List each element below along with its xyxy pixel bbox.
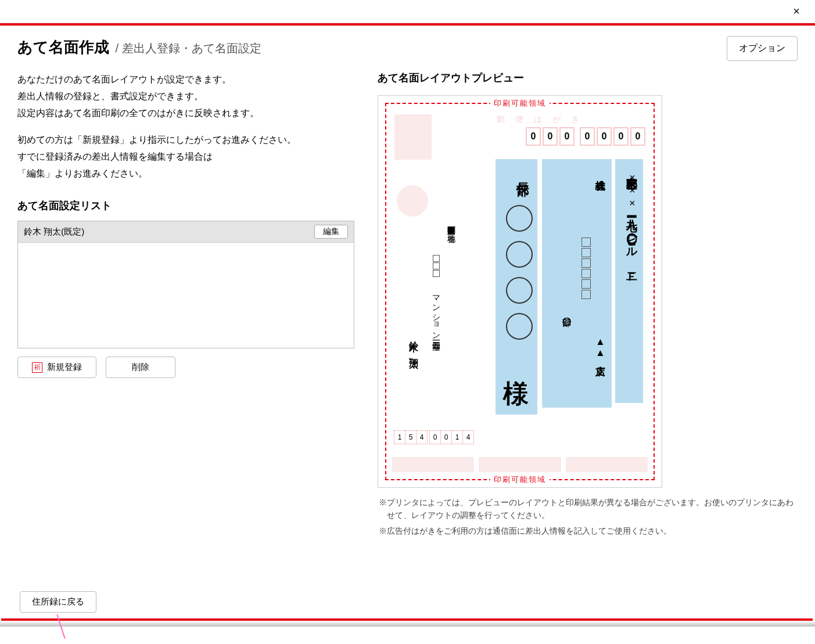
- new-register-icon: 祈: [32, 362, 42, 373]
- sender-zipcode: 1 5 4 0 0 1 4: [394, 430, 474, 444]
- zip-digit: 0: [526, 127, 541, 146]
- intro-line: 「編集」よりお進みください。: [17, 166, 354, 181]
- recipient-company-placeholders: [581, 238, 591, 299]
- list-item[interactable]: 鈴木 翔太(既定) 編集: [18, 221, 354, 243]
- zip-digit: 0: [543, 127, 558, 146]
- print-area: 印刷可能領域 印刷可能領域 郵便はがき 0 0 0 0 0 0 0 東京都〇〇区…: [385, 103, 655, 480]
- intro-line: 設定内容はあて名面印刷の全てのはがきに反映されます。: [17, 105, 354, 121]
- recipient-address-line1: 東京都〇〇区×××九ー八ー七 〇〇〇〇ビル 二Ｆ: [624, 168, 640, 276]
- postmark-placeholder: [397, 185, 428, 217]
- zip-digit: 0: [559, 127, 575, 146]
- intro-line: あなただけのあて名面レイアウトが設定できます。: [17, 71, 354, 87]
- zip-digit: 1: [394, 430, 405, 444]
- zip-digit: 0: [440, 430, 452, 444]
- close-button[interactable]: ×: [785, 3, 808, 20]
- edit-button[interactable]: 編集: [314, 225, 348, 239]
- list-heading: あて名面設定リスト: [17, 199, 354, 213]
- recipient-branch: ▲▲支店: [594, 336, 607, 358]
- back-to-addressbook-button[interactable]: 住所録に戻る: [20, 591, 96, 613]
- sender-building-placeholders: [433, 255, 440, 277]
- zip-digit: 0: [613, 127, 629, 146]
- sender-name: 鈴木 翔太: [407, 333, 419, 354]
- new-register-button[interactable]: 祈 新規登録: [17, 357, 96, 378]
- page-title: あて名面作成: [17, 37, 109, 57]
- delete-label: 削除: [132, 362, 149, 373]
- settings-list[interactable]: 鈴木 翔太(既定) 編集: [17, 221, 354, 348]
- print-area-label-top: 印刷可能領域: [490, 98, 550, 109]
- postcard-preview: 印刷可能領域 印刷可能領域 郵便はがき 0 0 0 0 0 0 0 東京都〇〇区…: [378, 95, 662, 488]
- disclaimer-line: ※プリンタによっては、プレビューのレイアウトと印刷結果が異なる場合がございます。…: [379, 496, 798, 522]
- recipient-name-placeholders: [506, 205, 533, 340]
- delete-button[interactable]: 削除: [106, 357, 175, 378]
- zip-digit: 0: [597, 127, 612, 146]
- page-subtitle: / 差出人登録・あて名面設定: [115, 41, 261, 56]
- new-register-label: 新規登録: [47, 362, 82, 373]
- intro-text: あなただけのあて名面レイアウトが設定できます。 差出人情報の登録と、書式設定がで…: [17, 71, 354, 181]
- zip-digit: 4: [462, 430, 474, 444]
- zip-digit: 1: [451, 430, 463, 444]
- window-shadow: [0, 621, 815, 627]
- sender-address-line2: マンション一二三四号室: [430, 290, 441, 336]
- disclaimer-text: ※プリンタによっては、プレビューのレイアウトと印刷結果が異なる場合がございます。…: [378, 496, 798, 537]
- disclaimer-line: ※広告付はがきをご利用の方は通信面に差出人情報を記入してご使用ください。: [379, 524, 798, 537]
- window-titlebar: ×: [0, 0, 815, 23]
- zip-digit: 0: [429, 430, 441, 444]
- intro-line: すでに登録済みの差出人情報を編集する場合は: [17, 149, 354, 164]
- preview-heading: あて名面レイアウトプレビュー: [378, 71, 798, 85]
- options-button[interactable]: オプション: [727, 36, 798, 61]
- bottom-decorative-strips: [392, 457, 648, 472]
- zip-digit: 0: [630, 127, 645, 146]
- zip-digit: 5: [405, 430, 417, 444]
- intro-line: 差出人情報の登録と、書式設定ができます。: [17, 88, 354, 104]
- recipient-zipcode: 0 0 0 0 0 0 0: [526, 127, 645, 146]
- sender-address-line1: 東京都世田谷区新町〇丁目△番地: [446, 220, 456, 228]
- intro-line: 初めての方は「新規登録」より指示にしたがってお進みください。: [17, 132, 354, 147]
- list-item-name: 鈴木 翔太(既定): [24, 226, 84, 238]
- recipient-address-bg2: [542, 159, 612, 408]
- hagaki-watermark: 郵便はがき: [497, 114, 590, 125]
- print-area-label-bottom: 印刷可能領域: [490, 474, 550, 485]
- zip-digit: 4: [416, 430, 428, 444]
- zip-digit: 0: [580, 127, 595, 146]
- stamp-area: [394, 114, 432, 160]
